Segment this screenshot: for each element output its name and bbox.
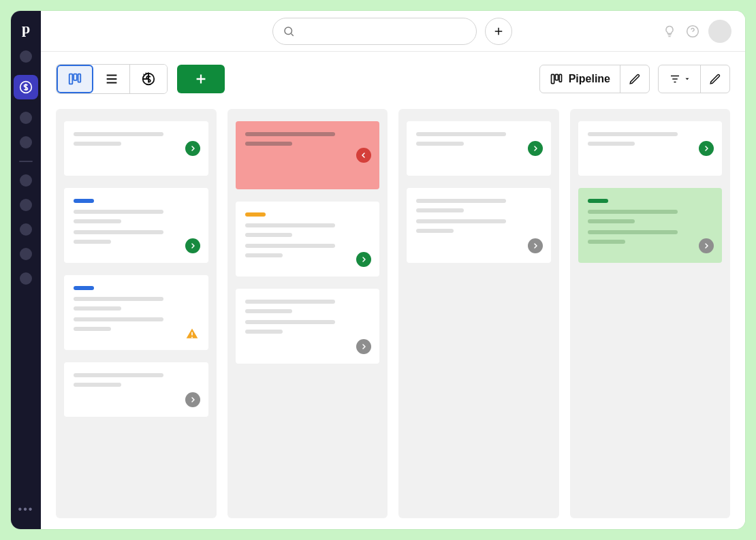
pipeline-label-text: Pipeline (569, 73, 610, 85)
deal-card[interactable] (578, 121, 723, 176)
avatar[interactable] (708, 20, 731, 43)
view-switcher (56, 64, 168, 94)
card-subtitle (245, 142, 293, 146)
pipeline-button[interactable]: Pipeline (540, 65, 620, 93)
status-badge[interactable] (528, 141, 543, 156)
tag-indicator (588, 199, 608, 203)
kanban-column[interactable] (227, 109, 388, 518)
forecast-icon (141, 72, 156, 86)
card-meta (245, 330, 283, 334)
card-title (74, 132, 163, 136)
card-subtitle (416, 208, 464, 212)
card-title (74, 373, 163, 377)
deal-card[interactable] (236, 289, 380, 364)
card-title (245, 300, 335, 304)
nav-item-9[interactable] (20, 272, 32, 285)
card-subtitle (588, 142, 635, 146)
nav-item-7[interactable] (20, 223, 32, 236)
nav-item-5[interactable] (20, 174, 32, 187)
card-meta (416, 219, 506, 223)
nav-item-1[interactable] (20, 50, 32, 63)
card-subtitle (74, 219, 121, 223)
deal-card[interactable] (64, 121, 208, 176)
pipeline-edit-button[interactable] (620, 65, 649, 93)
tips-button[interactable] (662, 24, 677, 39)
kanban-column[interactable] (56, 109, 217, 518)
filter-group (658, 65, 730, 93)
deal-card[interactable] (64, 362, 208, 417)
plus-icon (492, 25, 505, 37)
main: Pipeline (41, 11, 745, 529)
kanban-column[interactable] (398, 109, 559, 518)
tag-indicator (74, 199, 94, 203)
card-meta (416, 229, 454, 233)
card-meta (74, 240, 111, 244)
card-title (588, 132, 678, 136)
filter-button[interactable] (659, 65, 701, 93)
svg-rect-5 (78, 74, 81, 82)
kanban-icon (67, 72, 82, 86)
status-badge[interactable] (185, 392, 200, 407)
status-badge[interactable] (185, 238, 200, 253)
deal-card[interactable] (578, 188, 723, 263)
status-badge[interactable] (356, 252, 371, 267)
kanban-icon (550, 72, 563, 86)
card-subtitle (245, 233, 293, 237)
pipeline-selector: Pipeline (539, 65, 650, 93)
card-title (416, 199, 506, 203)
lightbulb-icon (663, 25, 676, 38)
search-input[interactable] (295, 26, 467, 37)
nav-divider (19, 161, 33, 162)
app-frame: p ••• (11, 11, 745, 529)
card-meta (588, 230, 678, 234)
filter-icon (669, 73, 681, 85)
card-subtitle (416, 142, 464, 146)
kanban-column[interactable] (570, 109, 731, 518)
svg-point-1 (285, 27, 292, 35)
help-button[interactable] (685, 24, 700, 39)
status-badge[interactable] (699, 238, 714, 253)
deal-card[interactable] (407, 121, 551, 176)
chevron-left-icon (360, 151, 368, 159)
card-subtitle (74, 306, 121, 311)
card-meta (245, 253, 283, 257)
chevron-right-icon (702, 144, 710, 153)
card-meta (245, 320, 335, 324)
card-meta (74, 317, 163, 321)
view-kanban-button[interactable] (57, 65, 93, 93)
add-deal-button[interactable] (177, 65, 225, 93)
chevron-right-icon (702, 242, 710, 250)
dollar-icon (19, 80, 33, 94)
status-badge[interactable] (528, 238, 543, 253)
deal-card[interactable] (236, 121, 380, 189)
nav-item-8[interactable] (20, 248, 32, 260)
deal-card[interactable] (64, 275, 208, 350)
status-badge[interactable] (699, 141, 714, 156)
deal-card[interactable] (236, 202, 380, 276)
nav-item-6[interactable] (20, 199, 32, 211)
deal-card[interactable] (407, 188, 551, 263)
deal-card[interactable] (64, 188, 208, 263)
nav-item-4[interactable] (20, 136, 32, 148)
nav-item-deals[interactable] (14, 75, 38, 99)
search-input-wrap[interactable] (272, 18, 477, 45)
status-badge[interactable] (356, 148, 371, 163)
status-badge[interactable] (185, 141, 200, 156)
topbar-right (662, 20, 731, 43)
card-meta (74, 230, 163, 234)
chevron-right-icon (189, 242, 197, 250)
filter-edit-button[interactable] (701, 65, 729, 93)
brand-logo[interactable]: p (16, 19, 35, 38)
nav-more[interactable]: ••• (18, 503, 34, 515)
warning-badge (185, 327, 199, 340)
pencil-icon (709, 73, 721, 85)
view-forecast-button[interactable] (130, 65, 167, 93)
svg-rect-8 (555, 74, 558, 80)
svg-rect-3 (69, 74, 73, 84)
toolbar-right: Pipeline (539, 65, 730, 93)
nav-item-3[interactable] (20, 112, 32, 124)
status-badge[interactable] (356, 339, 371, 354)
quick-add-button[interactable] (485, 18, 512, 45)
view-list-button[interactable] (93, 65, 130, 93)
card-subtitle (588, 219, 635, 223)
